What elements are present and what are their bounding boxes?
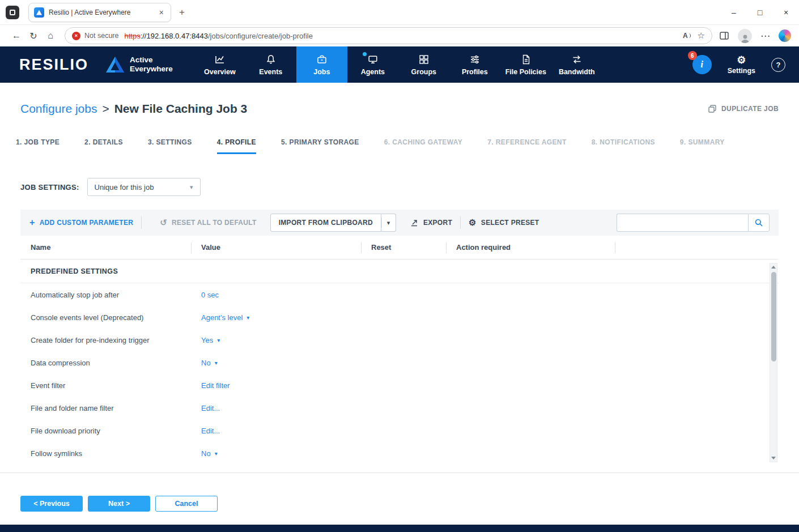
not-secure-label[interactable]: Not secure: [84, 32, 118, 40]
nav-item-jobs[interactable]: Jobs: [296, 46, 347, 83]
search-icon: [754, 218, 763, 227]
product-name: Active Everywhere: [130, 56, 173, 73]
notifications-info-button[interactable]: i 6: [692, 55, 712, 74]
cancel-button[interactable]: Cancel: [155, 496, 218, 512]
browser-tab[interactable]: Resilio | Active Everywhere ×: [28, 3, 171, 22]
favorite-star-icon[interactable]: ☆: [698, 31, 705, 41]
reset-all-button[interactable]: ↺ RESET ALL TO DEFAULT: [160, 218, 256, 228]
scrollbar-thumb[interactable]: [771, 272, 776, 361]
parameter-value-dropdown[interactable]: Yes▾: [191, 336, 361, 344]
step-profile[interactable]: 4. PROFILE: [217, 138, 256, 154]
value-text: Edit...: [201, 404, 220, 412]
nav-item-overview[interactable]: Overview: [194, 46, 245, 83]
wizard-steps: 1. JOB TYPE 2. DETAILS 3. SETTINGS 4. PR…: [16, 138, 783, 154]
profile-avatar[interactable]: [738, 29, 752, 43]
import-from-clipboard-button[interactable]: IMPORT FROM CLIPBOARD: [270, 214, 381, 232]
url-scheme: https: [124, 32, 140, 40]
value-text: Yes: [201, 336, 213, 344]
job-settings-row: JOB SETTINGS: Unique for this job ▾: [20, 178, 779, 196]
nav-item-label: Events: [259, 68, 282, 76]
step-job-type[interactable]: 1. JOB TYPE: [16, 138, 60, 154]
scroll-down-icon[interactable]: [771, 457, 776, 459]
table-row: Automatically stop job after 0 sec: [20, 283, 779, 306]
parameter-value-link[interactable]: Edit...: [191, 404, 361, 412]
read-aloud-icon[interactable]: A: [683, 32, 691, 40]
nav-item-settings[interactable]: ⚙ Settings: [728, 55, 755, 75]
breadcrumb-configure-jobs[interactable]: Configure jobs: [20, 102, 97, 116]
scroll-up-icon[interactable]: [771, 266, 776, 269]
select-preset-button[interactable]: ⚙ SELECT PRESET: [469, 218, 539, 228]
parameter-value-dropdown[interactable]: No▾: [191, 359, 361, 367]
url-text[interactable]: https://192.168.0.47:8443/jobs/configure…: [124, 32, 312, 40]
toolbar-divider: [460, 216, 461, 229]
more-menu-icon[interactable]: ⋯: [760, 30, 770, 42]
parameter-value-link[interactable]: Edit filter: [191, 381, 361, 390]
jobs-case-icon: [316, 54, 328, 65]
parameter-search-input[interactable]: [617, 214, 748, 232]
reset-all-label: RESET ALL TO DEFAULT: [172, 219, 257, 227]
column-header-extra: [615, 236, 779, 259]
side-panel-icon[interactable]: [719, 31, 729, 41]
browser-actions: ⋯: [719, 29, 791, 43]
tab-title: Resilio | Active Everywhere: [49, 8, 158, 16]
step-primary-storage[interactable]: 5. PRIMARY STORAGE: [281, 138, 359, 154]
parameter-name: Automatically stop job after: [20, 291, 191, 299]
window-close-button[interactable]: ×: [773, 0, 799, 25]
chevron-down-icon: ▾: [217, 337, 220, 343]
step-settings[interactable]: 3. SETTINGS: [148, 138, 192, 154]
vertical-scrollbar[interactable]: [770, 263, 777, 462]
notification-count-badge: 6: [688, 51, 697, 60]
nav-item-label: Overview: [204, 68, 236, 76]
step-details[interactable]: 2. DETAILS: [84, 138, 123, 154]
not-secure-icon[interactable]: ×: [72, 32, 80, 40]
parameter-value-link[interactable]: Edit...: [191, 427, 361, 435]
add-custom-parameter-button[interactable]: + ADD CUSTOM PARAMETER: [29, 218, 133, 228]
job-settings-select[interactable]: Unique for this job ▾: [87, 178, 201, 196]
tab-close-icon[interactable]: ×: [158, 8, 165, 17]
window-controls: – □ ×: [721, 0, 799, 25]
chevron-down-icon: ▾: [246, 314, 249, 321]
read-aloud-letter: A: [683, 32, 688, 40]
previous-button[interactable]: < Previous: [20, 496, 83, 512]
maximize-button[interactable]: □: [747, 0, 773, 25]
step-reference-agent: 7. REFERENCE AGENT: [487, 138, 566, 154]
help-button[interactable]: ?: [771, 58, 785, 72]
settings-label: Settings: [728, 67, 755, 75]
nav-item-agents[interactable]: Agents: [347, 46, 398, 83]
parameter-value-dropdown[interactable]: No▾: [191, 449, 361, 458]
product-name-line1: Active: [130, 56, 173, 65]
home-icon[interactable]: ⌂: [42, 31, 59, 41]
nav-item-file-policies[interactable]: File Policies: [500, 46, 551, 83]
tab-strip: Resilio | Active Everywhere × + – □ ×: [0, 0, 799, 25]
nav-item-profiles[interactable]: Profiles: [449, 46, 500, 83]
url-host: ://192.168.0.47:8443: [141, 32, 208, 40]
import-dropdown-button[interactable]: ▾: [381, 214, 396, 232]
parameter-value-link[interactable]: 0 sec: [191, 291, 361, 299]
minimize-button[interactable]: –: [721, 0, 747, 25]
chevron-down-icon: ▾: [215, 360, 218, 366]
url-path: /jobs/configure/create/job-profile: [208, 32, 313, 40]
nav-item-events[interactable]: Events: [245, 46, 296, 83]
new-tab-button[interactable]: +: [179, 7, 185, 18]
nav-item-bandwidth[interactable]: Bandwidth: [551, 46, 602, 83]
back-icon[interactable]: ←: [8, 31, 25, 41]
step-summary: 9. SUMMARY: [680, 138, 725, 154]
export-label: EXPORT: [423, 219, 452, 227]
duplicate-label: DUPLICATE JOB: [721, 105, 779, 113]
parameter-name: Data compression: [20, 359, 191, 367]
export-button[interactable]: EXPORT: [410, 218, 452, 227]
value-text: No: [201, 449, 211, 458]
product-logo: Active Everywhere: [105, 56, 173, 73]
import-label: IMPORT FROM CLIPBOARD: [279, 219, 373, 227]
search-button[interactable]: [748, 214, 770, 232]
parameter-value-dropdown[interactable]: Agent's level▾: [191, 313, 361, 322]
next-button[interactable]: Next >: [88, 496, 150, 512]
duplicate-job-button[interactable]: DUPLICATE JOB: [708, 104, 779, 113]
address-bar[interactable]: × Not secure https://192.168.0.47:8443/j…: [65, 27, 712, 44]
column-header-reset: Reset: [361, 236, 446, 259]
parameter-name: File and folder name filter: [20, 404, 191, 412]
workspaces-icon[interactable]: [6, 6, 19, 19]
nav-item-groups[interactable]: Groups: [398, 46, 449, 83]
refresh-icon[interactable]: ↻: [25, 31, 42, 41]
copilot-icon[interactable]: [779, 29, 791, 42]
